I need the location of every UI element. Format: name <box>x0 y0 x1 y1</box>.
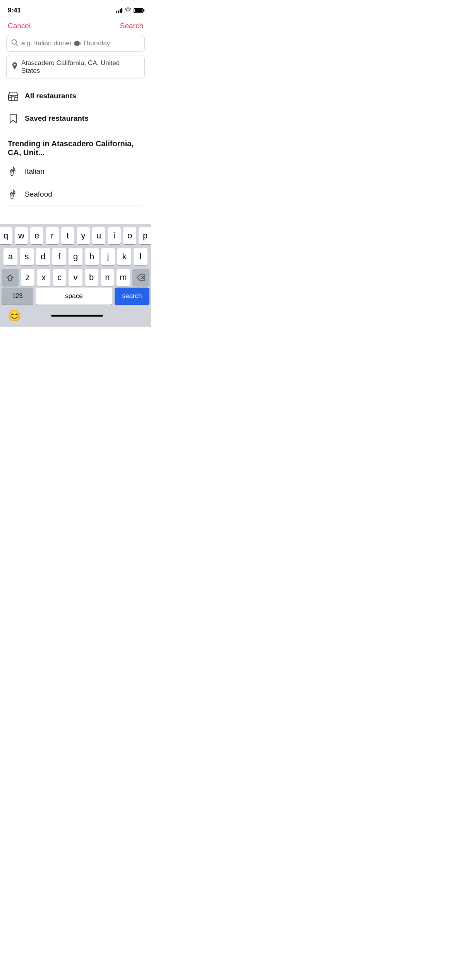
flame-icon-italian <box>8 166 19 176</box>
key-z[interactable]: z <box>21 269 34 286</box>
svg-rect-3 <box>12 97 15 100</box>
key-m[interactable]: m <box>117 269 130 286</box>
key-j[interactable]: j <box>101 248 115 265</box>
location-icon <box>11 62 18 72</box>
keyboard-bottom-row: 123 space search <box>0 288 151 306</box>
key-d[interactable]: d <box>36 248 50 265</box>
key-u[interactable]: u <box>92 227 105 244</box>
key-i[interactable]: i <box>108 227 121 244</box>
trending-title: Trending in Atascadero California, CA, U… <box>8 139 143 157</box>
location-text: Atascadero California, CA, United States <box>21 59 140 75</box>
trending-item-seafood[interactable]: Seafood <box>8 183 143 206</box>
shift-key[interactable] <box>2 269 19 286</box>
key-f[interactable]: f <box>52 248 66 265</box>
keyboard-row-2: a s d f g h j k l <box>2 248 149 265</box>
trending-item-italian[interactable]: Italian <box>8 160 143 183</box>
location-container[interactable]: Atascadero California, CA, United States <box>6 55 145 79</box>
space-key[interactable]: space <box>36 288 112 305</box>
emoji-button[interactable]: 😊 <box>8 309 21 322</box>
trending-section: Trending in Atascadero California, CA, U… <box>0 130 151 211</box>
search-fields: Atascadero California, CA, United States <box>0 35 151 79</box>
home-indicator <box>51 315 103 317</box>
status-time: 9:41 <box>8 7 21 14</box>
keyboard-row-1: q w e r t y u i o p <box>2 227 149 244</box>
key-q[interactable]: q <box>0 227 12 244</box>
key-l[interactable]: l <box>134 248 148 265</box>
key-v[interactable]: v <box>69 269 82 286</box>
status-bar: 9:41 <box>0 0 151 19</box>
top-nav: Cancel Search <box>0 19 151 35</box>
keyboard-extras: 😊 <box>0 306 151 327</box>
flame-icon-seafood <box>8 189 19 199</box>
store-icon <box>8 91 19 101</box>
key-k[interactable]: k <box>117 248 131 265</box>
trending-italian-label: Italian <box>25 167 45 176</box>
key-e[interactable]: e <box>30 227 43 244</box>
search-input[interactable] <box>21 39 140 47</box>
all-restaurants-label: All restaurants <box>25 92 76 100</box>
all-restaurants-item[interactable]: All restaurants <box>0 85 151 107</box>
signal-icon <box>116 8 123 13</box>
cancel-button[interactable]: Cancel <box>8 22 31 30</box>
key-h[interactable]: h <box>85 248 99 265</box>
bookmark-icon <box>8 113 19 123</box>
menu-list: All restaurants Saved restaurants <box>0 79 151 130</box>
key-g[interactable]: g <box>69 248 82 265</box>
key-s[interactable]: s <box>20 248 34 265</box>
saved-restaurants-label: Saved restaurants <box>25 114 89 123</box>
key-a[interactable]: a <box>3 248 17 265</box>
search-button[interactable]: Search <box>120 22 143 30</box>
keyboard-row-3: z x c v b n m <box>2 269 149 286</box>
key-w[interactable]: w <box>15 227 28 244</box>
battery-icon <box>134 8 143 13</box>
key-x[interactable]: x <box>37 269 50 286</box>
svg-line-1 <box>16 44 18 46</box>
key-p[interactable]: p <box>139 227 151 244</box>
trending-list: Italian Seafood <box>8 159 143 206</box>
key-b[interactable]: b <box>85 269 98 286</box>
keyboard: q w e r t y u i o p a s d f g h j k l <box>0 224 151 327</box>
key-t[interactable]: t <box>61 227 74 244</box>
trending-seafood-label: Seafood <box>25 190 52 199</box>
status-icons <box>116 7 144 14</box>
saved-restaurants-item[interactable]: Saved restaurants <box>0 107 151 130</box>
cursor-dot <box>74 41 80 46</box>
search-icon <box>11 39 18 48</box>
key-n[interactable]: n <box>101 269 114 286</box>
key-c[interactable]: c <box>53 269 66 286</box>
search-input-container[interactable] <box>6 35 145 52</box>
key-r[interactable]: r <box>46 227 59 244</box>
wifi-icon <box>125 7 131 14</box>
keyboard-search-key[interactable]: search <box>115 288 149 305</box>
key-y[interactable]: y <box>77 227 90 244</box>
delete-key[interactable] <box>132 269 149 286</box>
numbers-key[interactable]: 123 <box>2 288 33 305</box>
key-o[interactable]: o <box>123 227 136 244</box>
